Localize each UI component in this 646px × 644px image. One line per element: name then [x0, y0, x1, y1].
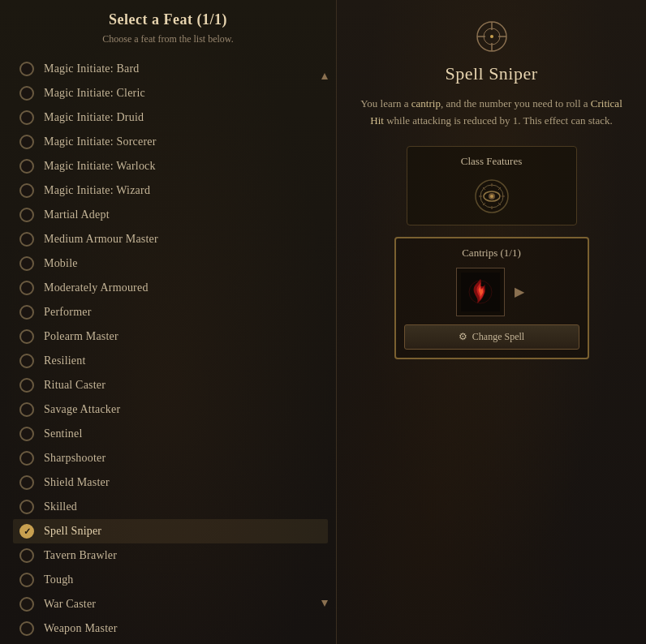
feat-item-skilled[interactable]: Skilled: [13, 495, 328, 519]
radio-moderately-armoured: [19, 281, 34, 295]
feat-name-mobile: Mobile: [44, 257, 78, 270]
feat-detail-title: Spell Sniper: [445, 63, 537, 84]
feat-list: Lightly ArmouredLuckyMage SlayerMagic In…: [0, 52, 336, 644]
radio-medium-armour-master: [19, 232, 34, 247]
feat-name-shield-master: Shield Master: [44, 476, 110, 489]
feat-name-polearm-master: Polearm Master: [44, 330, 118, 343]
feat-item-magic-initiate-druid[interactable]: Magic Initiate: Druid: [13, 105, 328, 130]
feat-item-tough[interactable]: Tough: [13, 568, 328, 592]
feat-item-shield-master[interactable]: Shield Master: [13, 470, 328, 495]
feat-name-magic-initiate-bard: Magic Initiate: Bard: [44, 62, 140, 75]
cantrip-next-arrow[interactable]: ▶: [511, 284, 528, 300]
feat-item-weapon-master[interactable]: Weapon Master: [13, 616, 328, 641]
feat-name-weapon-master: Weapon Master: [44, 622, 118, 635]
svg-marker-1: [321, 600, 328, 607]
class-features-icon: [472, 176, 512, 217]
feat-name-savage-attacker: Savage Attacker: [44, 403, 120, 416]
radio-magic-initiate-bard: [19, 62, 34, 76]
radio-polearm-master: [19, 329, 34, 344]
feat-item-magic-initiate-warlock[interactable]: Magic Initiate: Warlock: [13, 154, 328, 178]
feat-name-magic-initiate-druid: Magic Initiate: Druid: [44, 111, 144, 124]
radio-shield-master: [19, 475, 34, 490]
cantrips-content: ▶: [404, 268, 579, 316]
feat-name-sharpshooter: Sharpshooter: [44, 452, 106, 465]
feat-name-war-caster: War Caster: [44, 598, 96, 611]
feat-detail-panel: Spell Sniper You learn a cantrip, and th…: [337, 0, 646, 644]
feat-name-magic-initiate-sorcerer: Magic Initiate: Sorcerer: [44, 135, 157, 148]
feat-name-martial-adept: Martial Adept: [44, 208, 110, 221]
radio-war-caster: [19, 597, 34, 612]
feat-name-magic-initiate-cleric: Magic Initiate: Cleric: [44, 87, 145, 100]
feat-icon-area: [472, 16, 512, 57]
radio-tough: [19, 573, 34, 587]
radio-performer: [19, 305, 34, 320]
change-spell-gear-icon: ⚙: [459, 331, 467, 343]
feat-list-panel: Select a Feat (1/1) Choose a feat from t…: [0, 0, 337, 644]
radio-magic-initiate-druid: [19, 110, 34, 125]
feat-name-medium-armour-master: Medium Armour Master: [44, 233, 158, 246]
feat-name-magic-initiate-wizard: Magic Initiate: Wizard: [44, 184, 150, 197]
feat-name-skilled: Skilled: [44, 500, 77, 513]
feat-item-savage-attacker[interactable]: Savage Attacker: [13, 397, 328, 422]
feat-item-resilient[interactable]: Resilient: [13, 349, 328, 373]
panel-subtitle: Choose a feat from the list below.: [16, 33, 320, 45]
feat-item-medium-armour-master[interactable]: Medium Armour Master: [13, 227, 328, 251]
feat-item-sentinel[interactable]: Sentinel: [13, 422, 328, 446]
feat-name-performer: Performer: [44, 306, 92, 319]
feat-item-sharpshooter[interactable]: Sharpshooter: [13, 446, 328, 470]
radio-martial-adept: [19, 208, 34, 222]
radio-spell-sniper: [19, 524, 34, 539]
feat-item-mobile[interactable]: Mobile: [13, 251, 328, 276]
radio-skilled: [19, 500, 34, 514]
feat-item-magic-initiate-bard[interactable]: Magic Initiate: Bard: [13, 57, 328, 81]
feat-name-moderately-armoured: Moderately Armoured: [44, 281, 149, 294]
feat-name-magic-initiate-warlock: Magic Initiate: Warlock: [44, 160, 156, 173]
radio-mobile: [19, 256, 34, 271]
change-spell-label: Change Spell: [472, 331, 524, 343]
radio-sharpshooter: [19, 451, 34, 466]
class-features-box: Class Features: [407, 146, 577, 225]
feat-name-spell-sniper: Spell Sniper: [44, 525, 101, 538]
radio-ritual-caster: [19, 378, 34, 393]
feat-name-resilient: Resilient: [44, 354, 86, 367]
feat-name-ritual-caster: Ritual Caster: [44, 379, 106, 392]
radio-weapon-master: [19, 621, 34, 636]
feat-item-tavern-brawler[interactable]: Tavern Brawler: [13, 543, 328, 568]
feat-item-moderately-armoured[interactable]: Moderately Armoured: [13, 276, 328, 300]
cantrips-box: Cantrips (1/1) ▶ ⚙ Change Spell: [394, 237, 589, 359]
radio-magic-initiate-warlock: [19, 159, 34, 174]
radio-savage-attacker: [19, 402, 34, 417]
svg-point-8: [490, 35, 493, 38]
feat-item-magic-initiate-cleric[interactable]: Magic Initiate: Cleric: [13, 81, 328, 105]
feat-item-ritual-caster[interactable]: Ritual Caster: [13, 373, 328, 397]
cantrip-spell-icon[interactable]: [456, 268, 505, 316]
feat-description: You learn a cantrip, and the number you …: [358, 96, 626, 130]
radio-magic-initiate-wizard: [19, 183, 34, 198]
change-spell-button[interactable]: ⚙ Change Spell: [404, 324, 579, 350]
feat-item-martial-adept[interactable]: Martial Adept: [13, 203, 328, 227]
radio-magic-initiate-sorcerer: [19, 135, 34, 149]
cantrips-title: Cantrips (1/1): [404, 247, 579, 260]
feat-item-polearm-master[interactable]: Polearm Master: [13, 324, 328, 349]
svg-point-13: [490, 195, 493, 198]
radio-magic-initiate-cleric: [19, 86, 34, 101]
class-features-title: Class Features: [416, 155, 568, 168]
feat-item-spell-sniper[interactable]: Spell Sniper: [13, 519, 328, 543]
feat-name-sentinel: Sentinel: [44, 427, 82, 440]
svg-marker-0: [321, 73, 328, 79]
panel-header: Select a Feat (1/1) Choose a feat from t…: [0, 0, 336, 52]
panel-title: Select a Feat (1/1): [16, 11, 320, 28]
radio-sentinel: [19, 427, 34, 441]
radio-resilient: [19, 354, 34, 368]
feat-item-magic-initiate-wizard[interactable]: Magic Initiate: Wizard: [13, 178, 328, 203]
feat-name-tough: Tough: [44, 573, 74, 586]
feat-name-tavern-brawler: Tavern Brawler: [44, 549, 117, 562]
feat-main-icon: [472, 16, 512, 57]
feat-item-magic-initiate-sorcerer[interactable]: Magic Initiate: Sorcerer: [13, 130, 328, 154]
feat-item-performer[interactable]: Performer: [13, 300, 328, 324]
radio-tavern-brawler: [19, 548, 34, 563]
feat-item-war-caster[interactable]: War Caster: [13, 592, 328, 616]
